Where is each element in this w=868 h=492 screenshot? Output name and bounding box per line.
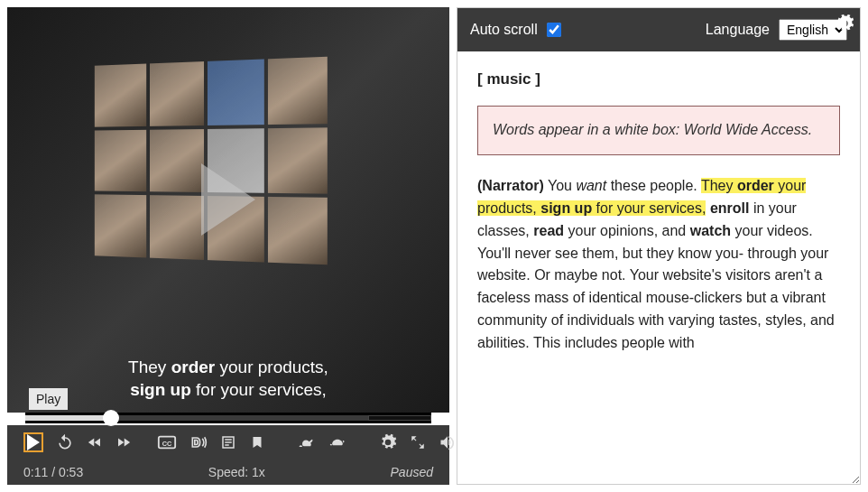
video-viewport[interactable]: They order your products, sign up for yo… <box>7 7 449 413</box>
restart-button[interactable] <box>56 432 74 452</box>
volume-button[interactable] <box>439 432 457 452</box>
transcript-button[interactable] <box>220 432 236 452</box>
captions-button[interactable]: CC <box>157 432 177 452</box>
description-box: Words appear in a white box: World Wide … <box>477 106 840 155</box>
caption-display: They order your products, sign up for yo… <box>7 356 449 402</box>
speed-display: Speed: 1x <box>208 465 265 479</box>
rewind-icon <box>87 434 103 450</box>
forward-icon <box>115 434 132 450</box>
rewind-button[interactable] <box>87 432 103 452</box>
play-tooltip: Play <box>29 388 68 410</box>
video-player: They order your products, sign up for yo… <box>7 7 449 485</box>
gear-icon <box>379 433 397 451</box>
transcript-body[interactable]: [ music ] Words appear in a white box: W… <box>457 51 860 484</box>
big-play-button[interactable] <box>201 163 255 236</box>
chapters-button[interactable] <box>249 432 265 452</box>
transcript-icon <box>220 434 236 450</box>
forward-button[interactable] <box>115 432 132 452</box>
transcript-text[interactable]: (Narrator) You want these people. They o… <box>477 175 840 354</box>
faster-button[interactable] <box>298 432 316 452</box>
seek-buffer <box>368 415 431 421</box>
player-toolbar: CC <box>7 425 449 460</box>
fullscreen-icon <box>410 434 426 450</box>
play-icon <box>27 434 40 450</box>
playback-status: Paused <box>391 465 433 479</box>
descriptions-button[interactable] <box>189 432 208 452</box>
turtle-icon <box>328 433 346 451</box>
cc-icon: CC <box>157 432 177 452</box>
transcript-panel: Auto scroll Language English [ music ] W… <box>457 7 861 485</box>
time-display: 0:11 / 0:53 <box>23 465 83 479</box>
fullscreen-button[interactable] <box>410 432 426 452</box>
autoscroll-label: Auto scroll <box>470 22 538 38</box>
music-marker: [ music ] <box>477 68 840 91</box>
slower-button[interactable] <box>328 432 346 452</box>
audio-description-icon <box>189 433 208 451</box>
autoscroll-checkbox[interactable] <box>547 23 561 37</box>
restart-icon <box>56 433 74 451</box>
play-icon <box>201 163 255 236</box>
play-button[interactable] <box>23 432 43 452</box>
svg-text:CC: CC <box>162 440 172 448</box>
language-label: Language <box>706 22 770 38</box>
transcript-header: Auto scroll Language English <box>457 8 860 51</box>
seek-bar[interactable] <box>25 413 431 423</box>
chapters-icon <box>249 434 265 450</box>
seek-thumb[interactable] <box>103 410 119 426</box>
volume-icon <box>439 433 457 451</box>
seek-fill <box>25 415 111 421</box>
status-bar: 0:11 / 0:53 Speed: 1x Paused <box>7 460 449 485</box>
settings-button[interactable] <box>379 432 397 452</box>
rabbit-icon <box>298 433 316 451</box>
transcript-settings-button[interactable] <box>835 14 854 33</box>
